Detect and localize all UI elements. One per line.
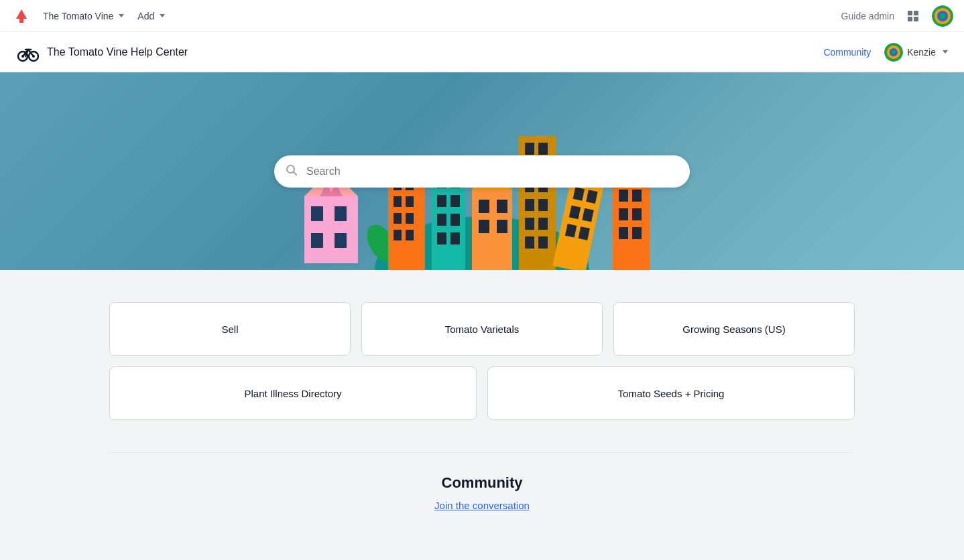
svg-rect-5 xyxy=(914,17,918,21)
svg-rect-70 xyxy=(538,236,548,249)
svg-rect-80 xyxy=(613,183,650,270)
community-section: Community Join the conversation xyxy=(109,474,855,539)
svg-point-21 xyxy=(892,50,896,54)
hero-banner xyxy=(0,72,964,270)
user-chevron-icon xyxy=(943,50,948,54)
svg-rect-66 xyxy=(538,199,548,211)
svg-rect-3 xyxy=(914,11,918,15)
user-avatar-small xyxy=(884,43,903,62)
svg-rect-30 xyxy=(335,233,347,248)
svg-rect-39 xyxy=(394,213,402,224)
search-icon xyxy=(285,163,298,180)
svg-rect-87 xyxy=(632,227,642,239)
brand-logo-icon xyxy=(11,5,32,27)
svg-rect-65 xyxy=(525,199,534,211)
help-logo[interactable]: The Tomato Vine Help Center xyxy=(16,40,188,64)
add-label: Add xyxy=(137,11,154,21)
category-card-sell[interactable]: Sell xyxy=(109,302,351,356)
svg-rect-56 xyxy=(479,220,489,233)
svg-rect-50 xyxy=(437,232,446,244)
svg-rect-27 xyxy=(311,206,323,221)
grid-icon[interactable] xyxy=(902,5,924,27)
add-chevron-icon xyxy=(160,14,165,17)
svg-rect-84 xyxy=(619,208,628,220)
main-content: Sell Tomato Varietals Growing Seasons (U… xyxy=(93,270,871,560)
category-card-plant-illness[interactable]: Plant Illness Directory xyxy=(109,366,477,420)
svg-rect-55 xyxy=(497,200,507,213)
svg-rect-86 xyxy=(619,227,628,239)
add-menu[interactable]: Add xyxy=(132,8,170,24)
svg-rect-41 xyxy=(394,230,402,240)
help-center-title: The Tomato Vine Help Center xyxy=(47,46,188,58)
svg-rect-42 xyxy=(406,230,414,240)
user-menu[interactable]: Kenzie xyxy=(884,43,948,62)
brand-menu[interactable]: The Tomato Vine xyxy=(38,8,129,24)
section-divider xyxy=(109,452,855,453)
svg-rect-85 xyxy=(632,208,642,220)
user-name: Kenzie xyxy=(907,47,936,58)
help-header: The Tomato Vine Help Center Community Ke… xyxy=(0,32,964,72)
category-cards-row1: Sell Tomato Varietals Growing Seasons (U… xyxy=(109,302,855,356)
svg-rect-37 xyxy=(394,196,402,207)
admin-bar-right: Guide admin xyxy=(841,5,953,27)
svg-rect-68 xyxy=(538,218,548,230)
svg-rect-40 xyxy=(406,213,414,224)
svg-rect-49 xyxy=(450,214,460,226)
guide-admin-link[interactable]: Guide admin xyxy=(841,11,894,21)
svg-rect-54 xyxy=(479,200,489,213)
help-header-right: Community Kenzie xyxy=(823,43,948,62)
svg-rect-38 xyxy=(406,196,414,207)
user-avatar[interactable] xyxy=(932,5,953,27)
svg-rect-67 xyxy=(525,218,534,230)
svg-rect-48 xyxy=(437,214,446,226)
brand-chevron-icon xyxy=(119,14,124,17)
svg-rect-60 xyxy=(538,143,548,155)
brand-name: The Tomato Vine xyxy=(43,11,113,21)
svg-rect-47 xyxy=(450,195,460,207)
svg-rect-69 xyxy=(525,236,534,249)
svg-rect-4 xyxy=(908,17,912,21)
svg-rect-51 xyxy=(450,232,460,244)
search-container xyxy=(274,155,690,188)
svg-rect-83 xyxy=(632,190,642,202)
svg-rect-1 xyxy=(19,19,23,23)
category-card-growing-seasons[interactable]: Growing Seasons (US) xyxy=(613,302,855,356)
category-card-tomato-varietals[interactable]: Tomato Varietals xyxy=(361,302,603,356)
admin-bar: The Tomato Vine Add Guide admin xyxy=(0,0,964,32)
community-link[interactable]: Community xyxy=(823,47,871,58)
svg-rect-28 xyxy=(335,206,347,221)
search-input[interactable] xyxy=(274,155,690,188)
community-title: Community xyxy=(109,474,855,492)
svg-marker-0 xyxy=(16,9,27,19)
svg-rect-46 xyxy=(437,195,446,207)
svg-point-9 xyxy=(940,13,945,19)
svg-rect-82 xyxy=(619,190,628,202)
svg-rect-29 xyxy=(311,233,323,248)
svg-line-89 xyxy=(294,171,297,175)
category-cards-row2: Plant Illness Directory Tomato Seeds + P… xyxy=(109,366,855,420)
svg-rect-2 xyxy=(908,11,912,15)
svg-rect-57 xyxy=(497,220,507,233)
category-card-tomato-seeds[interactable]: Tomato Seeds + Pricing xyxy=(487,366,855,420)
svg-rect-59 xyxy=(525,143,534,155)
community-join-link[interactable]: Join the conversation xyxy=(434,500,530,511)
